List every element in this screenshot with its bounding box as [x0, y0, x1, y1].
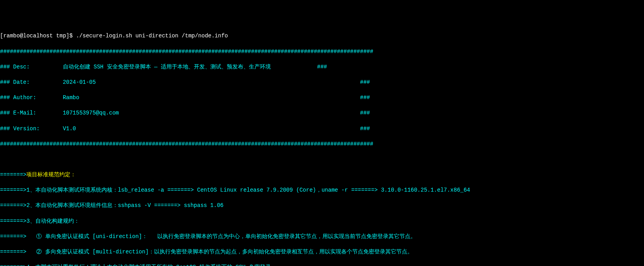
banner-email: ### E-Mail: 1071553975@qq.com ###: [0, 109, 644, 117]
banner-version: ### Version: V1.0 ###: [0, 125, 644, 133]
spec-title: =======>项目标准规范约定：: [0, 171, 644, 179]
terminal-output: [rambo@localhost tmp]$ ./secure-login.sh…: [0, 32, 644, 40]
spec-4: =======>4、本脚本可以重复执行！理论上本自动化脚本适用于所有的 Cent…: [0, 264, 644, 266]
banner-author: ### Author: Rambo ###: [0, 94, 644, 102]
banner-border: ########################################…: [0, 140, 644, 148]
spec-2: =======>2、本自动化脚本测试环境组件信息：sshpass -V ====…: [0, 202, 644, 210]
banner-border: ########################################…: [0, 48, 644, 56]
spec-3: =======>3、自动化构建规约：: [0, 218, 644, 225]
banner-date: ### Date: 2024-01-05 ###: [0, 79, 644, 87]
shell-prompt[interactable]: [rambo@localhost tmp]$: [0, 33, 76, 39]
banner-desc: ### Desc: 自动化创建 SSH 安全免密登录脚本 — 适用于本地、开发、…: [0, 63, 644, 71]
blank: [0, 156, 644, 164]
spec-1: =======>1、本自动化脚本测试环境系统内核：lsb_release -a …: [0, 187, 644, 194]
spec-opt2: =======> ② 多向免密认证模式 [multi-direction]：以执…: [0, 248, 644, 256]
command: ./secure-login.sh uni-direction /tmp/nod…: [76, 33, 228, 39]
spec-opt1: =======> ① 单向免密认证模式 [uni-direction]： 以执行…: [0, 233, 644, 241]
